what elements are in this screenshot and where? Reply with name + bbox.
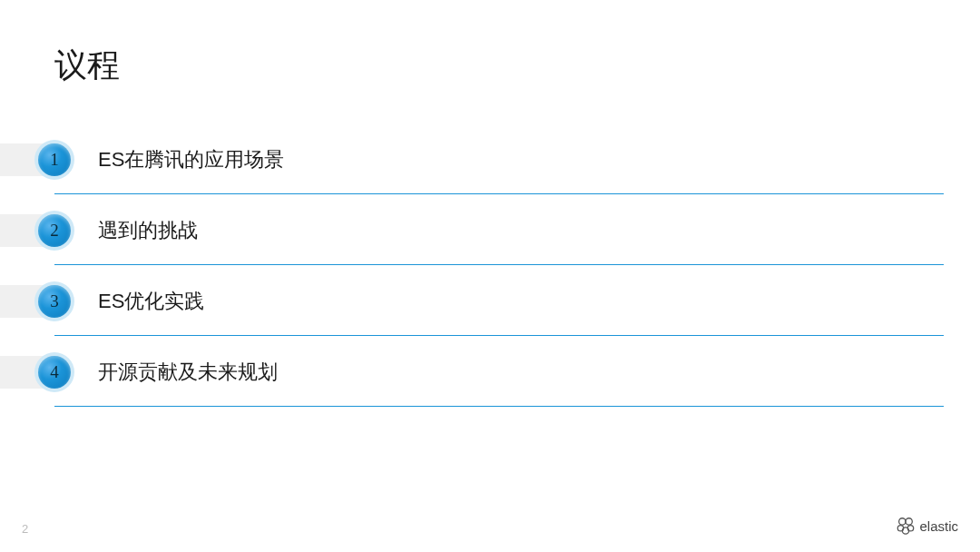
agenda-bullet: 4 — [38, 356, 71, 389]
slide-title: 议程 — [54, 44, 120, 88]
agenda-text: ES优化实践 — [98, 288, 204, 315]
page-number: 2 — [22, 522, 28, 536]
brand-container: elastic — [896, 516, 958, 536]
svg-point-1 — [906, 518, 912, 525]
svg-point-0 — [899, 518, 906, 525]
agenda-underline — [54, 264, 944, 265]
agenda-underline — [54, 193, 944, 194]
agenda-item: 4 开源贡献及未来规划 — [0, 356, 980, 389]
agenda-bullet: 2 — [38, 214, 71, 247]
agenda-text: 开源贡献及未来规划 — [98, 359, 278, 386]
svg-point-4 — [903, 527, 909, 534]
elastic-logo-icon — [896, 516, 916, 536]
agenda-item: 1 ES在腾讯的应用场景 — [0, 143, 980, 176]
agenda-bullet: 1 — [38, 143, 71, 176]
agenda-list: 1 ES在腾讯的应用场景 2 遇到的挑战 3 ES优化实践 4 开源贡献及未来规… — [0, 143, 980, 427]
agenda-item: 3 ES优化实践 — [0, 285, 980, 318]
agenda-underline — [54, 335, 944, 336]
agenda-underline — [54, 406, 944, 407]
agenda-bullet: 3 — [38, 285, 71, 318]
agenda-text: 遇到的挑战 — [98, 217, 198, 244]
brand-text: elastic — [919, 518, 958, 534]
agenda-item: 2 遇到的挑战 — [0, 214, 980, 247]
agenda-text: ES在腾讯的应用场景 — [98, 146, 284, 173]
